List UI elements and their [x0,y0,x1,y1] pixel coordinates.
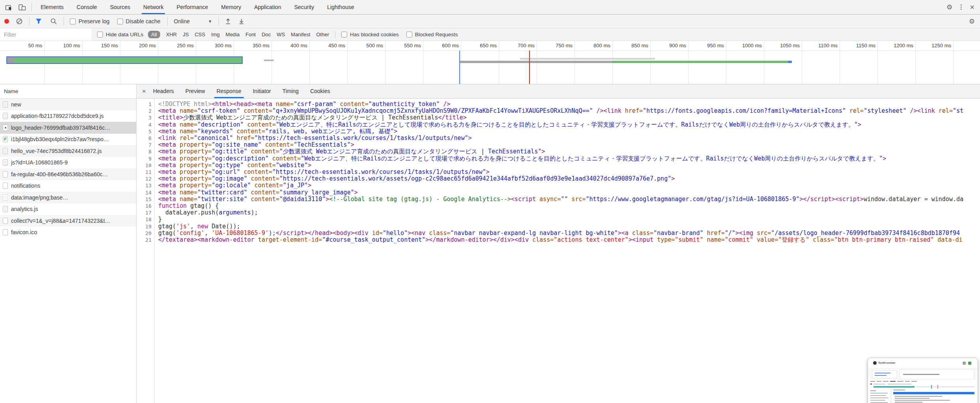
timeline-label: 800 ms [575,43,610,49]
timeline-label: 900 ms [651,43,686,49]
detail-tab-response[interactable]: Response [217,84,241,98]
request-row[interactable]: js?id=UA-106801865-9 [0,157,136,169]
filter-pill-img[interactable]: Img [211,31,220,38]
hide-data-urls-checkbox[interactable] [97,32,103,37]
device-toolbar-icon[interactable] [17,2,27,12]
overview-bar-head [7,57,14,63]
has-blocked-cookies-checkbox[interactable] [341,32,347,37]
overview-bar [612,61,788,63]
request-row[interactable]: data:image/png;base… [0,192,136,203]
tab-sources[interactable]: Sources [110,0,130,14]
export-har-icon[interactable] [238,17,245,25]
close-detail-icon[interactable]: × [142,84,146,98]
line-number: 5 [137,128,154,135]
tab-performance[interactable]: Performance [176,0,208,14]
filter-input[interactable] [0,28,92,41]
filter-pill-xhr[interactable]: XHR [166,31,177,38]
import-har-icon[interactable] [224,17,232,25]
request-row[interactable]: i1bjl48gbvb30eqx4pln2ircb7aw?respo… [0,134,136,146]
separator [32,3,32,11]
request-row[interactable]: logo_header-76999dfbab39734f8416c… [0,122,136,134]
tab-application[interactable]: Application [254,0,281,14]
response-code-viewer[interactable]: 123456789101112131415161718192021 <!DOCT… [137,99,980,403]
request-list-header-name[interactable]: Name [0,84,136,99]
tab-security[interactable]: Security [294,0,314,14]
network-main-area: Name newapplication-fb211789227dcbd5dce9… [0,84,980,403]
detail-tab-headers[interactable]: Headers [153,84,174,98]
screenshot-preview-thumbnail[interactable]: TechEssentials [868,358,978,403]
detail-tab-initiator[interactable]: Initiator [253,84,271,98]
preserve-log-checkbox[interactable] [70,19,76,24]
request-row[interactable]: application-fb211789227dcbd5dce9.js [0,110,136,122]
code-line: gtag('js', new Date()); [158,223,980,230]
timeline-label: 1200 ms [878,43,913,49]
request-row[interactable]: hello_vue-74ec7953df8b24416872.js [0,145,136,157]
filter-pill-media[interactable]: Media [226,31,239,38]
filter-pill-other[interactable]: Other [316,31,329,38]
filter-funnel-icon[interactable] [35,17,43,25]
line-number: 6 [137,135,154,142]
request-row[interactable]: collect?v=1&_v=j88&a=1471743223&t… [0,215,136,227]
line-number: 18 [137,216,154,223]
filter-pill-doc[interactable]: Doc [262,31,271,38]
blank-icon [3,171,8,177]
line-number: 13 [137,182,154,189]
disable-cache-checkbox[interactable] [117,19,123,24]
throttling-dropdown[interactable]: Online ▼ [168,18,212,24]
filter-pill-manifest[interactable]: Manifest [291,31,310,38]
timeline-label: 1050 ms [764,43,800,49]
line-number: 8 [137,148,154,155]
close-devtools-icon[interactable]: × [970,3,974,11]
tab-lighthouse[interactable]: Lighthouse [327,0,354,14]
request-row[interactable]: notifications [0,180,136,192]
search-icon[interactable] [50,17,58,25]
code-line: <!DOCTYPE html><html><head><meta name="c… [158,101,980,108]
timeline-label: 1150 ms [840,43,875,49]
response-source: <!DOCTYPE html><html><head><meta name="c… [155,99,980,403]
filter-pill-js[interactable]: JS [183,31,189,38]
settings-gear-icon[interactable]: ⚙ [946,4,952,11]
tab-network[interactable]: Network [143,0,163,14]
inspect-element-icon[interactable] [4,2,13,12]
detail-tab-timing[interactable]: Timing [282,84,299,98]
network-overview-timeline[interactable]: 50 ms100 ms150 ms200 ms250 ms300 ms350 m… [0,41,980,84]
filter-pill-font[interactable]: Font [245,31,256,38]
tab-memory[interactable]: Memory [221,0,241,14]
filter-pill-all[interactable]: All [148,31,160,38]
code-line: function gtag() { [158,203,980,209]
network-settings-gear-icon[interactable]: ⚙ [969,18,975,25]
timeline-label: 50 ms [7,43,42,49]
code-line: <meta property="og:site_name" content="T… [158,142,980,148]
tab-elements[interactable]: Elements [41,0,64,14]
code-line: <meta property="og:description" content=… [158,155,980,162]
line-number: 4 [137,121,154,128]
request-row[interactable]: fa-regular-400-86e496b536b26ba60c… [0,168,136,180]
timeline-label: 200 ms [120,43,156,49]
request-row[interactable]: new [0,99,136,110]
tab-console[interactable]: Console [77,0,97,14]
overview-bar [788,61,792,63]
line-number: 2 [137,108,154,114]
filter-pill-ws[interactable]: WS [277,31,285,38]
overview-bar [459,61,612,63]
code-line: <meta name="csrf-token" content="q+3xnyW… [158,108,980,114]
devtools-tabbar: ElementsConsoleSourcesNetworkPerformance… [0,0,980,15]
timeline-label: 950 ms [688,43,724,49]
code-line: <meta property="og:url" content="https:/… [158,169,980,175]
detail-tab-cookies[interactable]: Cookies [310,84,330,98]
code-line: <meta property="og:locale" content="ja_J… [158,182,980,189]
detail-tab-preview[interactable]: Preview [185,84,205,98]
blocked-requests-checkbox[interactable] [406,32,412,37]
line-number: 12 [137,175,154,182]
filter-pill-css[interactable]: CSS [195,31,205,38]
code-line: <meta property="og:image" content="https… [158,175,980,182]
record-network-log-icon[interactable] [4,19,9,24]
network-toolbar: Preserve log Disable cache Online ▼ ⚙ [0,15,980,28]
request-row[interactable]: analytics.js [0,203,136,215]
kebab-menu-icon[interactable]: ⋮ [958,4,964,10]
overview-bar [520,58,655,60]
request-detail-pane: × HeadersPreviewResponseInitiatorTimingC… [137,84,980,403]
clear-network-log-icon[interactable] [15,17,23,25]
blank-icon [3,218,8,224]
request-row[interactable]: favicon.ico [0,227,136,239]
